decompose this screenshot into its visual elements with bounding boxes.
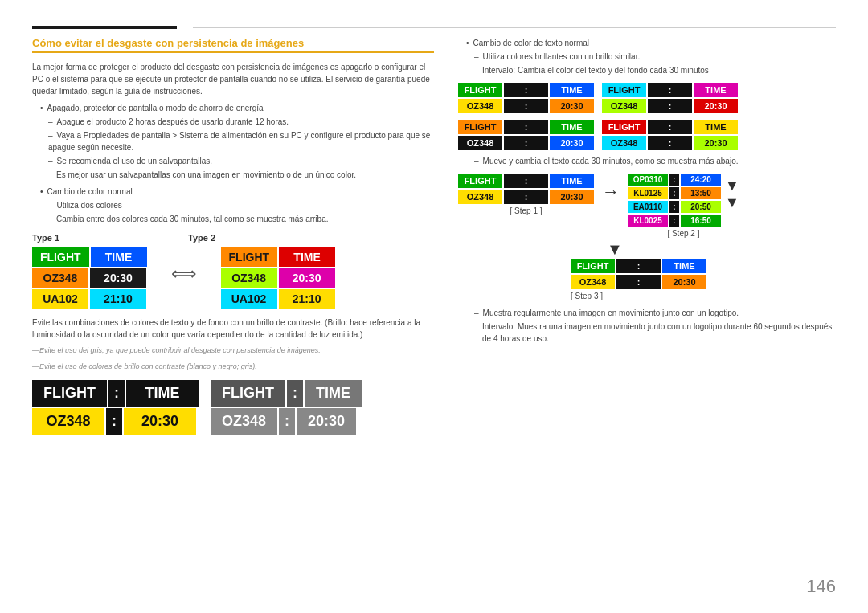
s2-colon1: : xyxy=(669,174,679,186)
s2-op0310: OP0310 xyxy=(628,174,668,186)
top-lines xyxy=(32,24,836,29)
s1-2030: 20:30 xyxy=(550,190,594,204)
rb1r-colon2: : xyxy=(648,99,692,113)
t1-time-label: TIME xyxy=(91,247,147,267)
rb1r-2030: 20:30 xyxy=(694,99,738,113)
right-note2: Intervalo: Muestra una imagen en movimie… xyxy=(482,321,836,345)
dash-4b: Cambia entre dos colores cada 30 minutos… xyxy=(56,213,434,225)
bb2-colon: : xyxy=(287,380,303,407)
rb2r-flight: FLIGHT xyxy=(602,120,646,134)
rb2l-colon2: : xyxy=(504,136,548,150)
s2-ea0110: EA0110 xyxy=(628,201,668,213)
rb1r-time: TIME xyxy=(694,83,738,97)
s3-time: TIME xyxy=(662,259,706,273)
top-line-black xyxy=(32,26,177,29)
rb1-left: FLIGHT : TIME OZ348 : 20:30 xyxy=(458,83,594,113)
step2-label: [ Step 2 ] xyxy=(667,229,699,238)
rb2r-time: TIME xyxy=(694,120,738,134)
s1-oz348: OZ348 xyxy=(458,190,502,204)
s3-colon: : xyxy=(616,259,661,273)
main-content: Cómo evitar el desgaste con persistencia… xyxy=(32,37,836,597)
dash-3: Se recomienda el uso de un salvapantalla… xyxy=(48,155,434,167)
rb2l-flight: FLIGHT xyxy=(458,120,502,134)
s1-colon: : xyxy=(504,174,548,188)
rb2r-2030: 20:30 xyxy=(694,136,738,150)
t2-2110: 21:10 xyxy=(279,289,335,309)
bottom-board-2: FLIGHT : TIME OZ348 : 20:30 xyxy=(211,380,362,435)
right-column: Cambio de color de texto normal Utiliza … xyxy=(458,37,836,597)
right-boards-row2: FLIGHT : TIME OZ348 : 20:30 FLIGHT : xyxy=(458,120,836,150)
bb1-2030: 20:30 xyxy=(124,408,196,435)
step2-container: OP0310 : 24:20 KL0125 : 13:50 EA0110 xyxy=(628,174,739,238)
t1-flight-label: FLIGHT xyxy=(32,247,89,267)
type2-board: FLIGHT TIME OZ348 20:30 UA102 21:10 xyxy=(221,247,336,309)
right-dash-1: Utiliza colores brillantes con un brillo… xyxy=(474,51,836,63)
step1-to-step2-arrow: → xyxy=(602,182,620,202)
step3-label: [ Step 3 ] xyxy=(571,292,603,300)
bullet-2: Cambio de color normal xyxy=(40,186,434,198)
s2-colon3: : xyxy=(669,201,679,213)
rb1r-oz348: OZ348 xyxy=(602,99,646,113)
t1-2030: 20:30 xyxy=(90,268,146,288)
step3-board: FLIGHT : TIME OZ348 : 20:30 xyxy=(571,259,706,289)
step1-container: FLIGHT : TIME OZ348 : 20:30 [ Step 1 ] xyxy=(458,174,594,215)
s2-2420: 24:20 xyxy=(681,174,721,186)
step1-board: FLIGHT : TIME OZ348 : 20:30 xyxy=(458,174,594,204)
rb2l-oz348: OZ348 xyxy=(458,136,502,150)
right-dash-2: Mueve y cambia el texto cada 30 minutos,… xyxy=(474,155,836,167)
t2-flight-label: FLIGHT xyxy=(221,247,278,267)
rb2r-oz348: OZ348 xyxy=(602,136,646,150)
rb1r-flight: FLIGHT xyxy=(602,83,646,97)
right-note1: Muestra regularmente una imagen en movim… xyxy=(474,307,836,319)
rb2l-2030: 20:30 xyxy=(550,136,594,150)
intro-text: La mejor forma de proteger el producto d… xyxy=(32,61,434,97)
right-bullet-1: Cambio de color de texto normal xyxy=(466,37,836,49)
section-heading: Cómo evitar el desgaste con persistencia… xyxy=(32,37,434,53)
right-boards-grid: FLIGHT : TIME OZ348 : 20:30 FLIGHT : xyxy=(458,83,836,113)
bb1-time: TIME xyxy=(126,380,199,407)
t2-ua102: UA102 xyxy=(221,289,277,309)
s3-oz348: OZ348 xyxy=(571,275,615,289)
type-labels: Type 1 Type 2 xyxy=(32,233,434,243)
right-notes: Muestra regularmente una imagen en movim… xyxy=(458,307,836,345)
note3: —Evite el uso de colores de brillo con c… xyxy=(32,362,434,373)
s2-2050: 20:50 xyxy=(681,201,721,213)
rb2r-colon2: : xyxy=(648,136,692,150)
dash-2: Vaya a Propiedades de pantalla > Sistema… xyxy=(48,129,434,153)
rb2l-time: TIME xyxy=(550,120,594,134)
left-column: Cómo evitar el desgaste con persistencia… xyxy=(32,37,434,597)
type1-label: Type 1 xyxy=(32,233,59,243)
s3-2030: 20:30 xyxy=(662,275,706,289)
rb1l-oz348: OZ348 xyxy=(458,99,502,113)
arrow-between: ⟺ xyxy=(171,264,197,284)
bb2-oz348: OZ348 xyxy=(211,408,277,435)
step2-inner: OP0310 : 24:20 KL0125 : 13:50 EA0110 xyxy=(628,174,739,227)
s3-colon2: : xyxy=(616,275,661,289)
dash-4: Utiliza dos colores xyxy=(48,199,434,211)
rb2-right: FLIGHT : TIME OZ348 : 20:30 xyxy=(602,120,738,150)
s2-colon2: : xyxy=(669,187,679,199)
rb1l-colon2: : xyxy=(504,99,548,113)
right-dash-1b: Intervalo: Cambia el color del texto y d… xyxy=(482,64,836,76)
rb1l-2030: 20:30 xyxy=(550,99,594,113)
bottom-board-1: FLIGHT : TIME OZ348 : 20:30 xyxy=(32,380,199,435)
bb1-colon2: : xyxy=(106,408,122,435)
bb1-colon: : xyxy=(108,380,125,407)
s2-colon4: : xyxy=(669,215,679,227)
types-container: FLIGHT TIME OZ348 20:30 UA102 21:10 ⟺ xyxy=(32,247,434,309)
rb1-right: FLIGHT : TIME OZ348 : 20:30 xyxy=(602,83,738,113)
step1-label: [ Step 1 ] xyxy=(510,206,542,215)
s2-kl0125: KL0125 xyxy=(628,187,668,199)
rb1l-flight: FLIGHT xyxy=(458,83,502,97)
t1-ua102: UA102 xyxy=(32,289,88,309)
t2-2030: 20:30 xyxy=(279,268,335,288)
page-number: 146 xyxy=(806,576,836,597)
rb1r-colon: : xyxy=(648,83,692,97)
step2-to-step3-arrow: ▼ xyxy=(607,240,836,259)
rb2r-colon: : xyxy=(648,120,692,134)
step2-board: OP0310 : 24:20 KL0125 : 13:50 EA0110 xyxy=(628,174,721,227)
bb1-oz348: OZ348 xyxy=(32,408,104,435)
s2-1350: 13:50 xyxy=(681,187,721,199)
note1: Evite las combinaciones de colores de te… xyxy=(32,317,434,341)
bullet-1: Apagado, protector de pantalla o modo de… xyxy=(40,102,434,114)
